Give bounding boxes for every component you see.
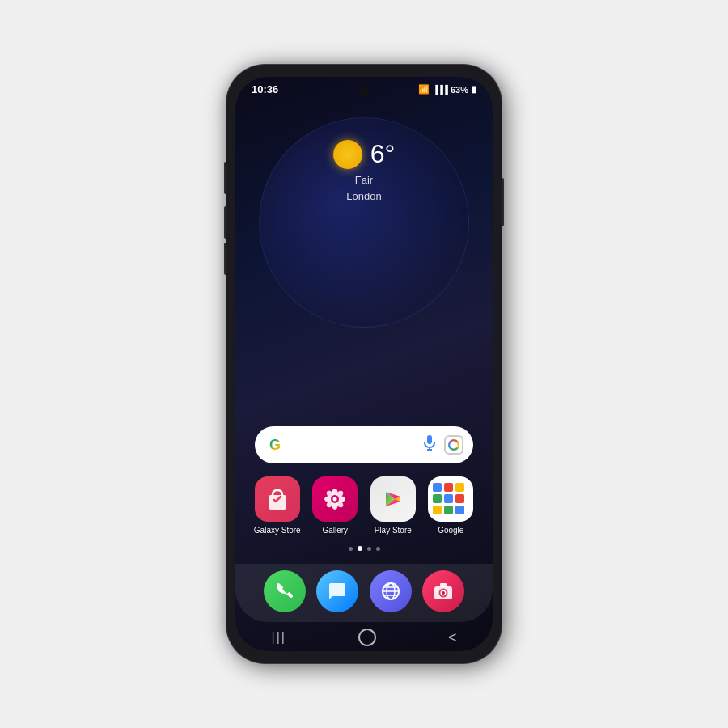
page-dot-2	[358, 546, 362, 551]
weather-top: 6°	[333, 139, 396, 169]
google-g-letter: G	[269, 437, 281, 454]
svg-rect-0	[427, 435, 432, 444]
google-label: Google	[438, 526, 463, 535]
galaxy-store-icon	[255, 476, 300, 522]
svg-point-3	[449, 440, 459, 450]
svg-rect-21	[444, 494, 453, 503]
dock-phone[interactable]	[264, 570, 306, 612]
svg-rect-18	[444, 483, 453, 492]
weather-temperature: 6°	[370, 139, 396, 169]
back-icon[interactable]: <	[448, 629, 457, 646]
signal-bars: ▐▐▐	[433, 85, 447, 94]
weather-condition: Fair	[346, 172, 381, 188]
svg-rect-4	[269, 495, 286, 510]
svg-rect-20	[433, 494, 442, 503]
svg-rect-22	[455, 494, 464, 503]
dock-camera[interactable]	[422, 570, 464, 612]
svg-point-15	[333, 497, 337, 502]
svg-rect-17	[433, 483, 442, 492]
app-galaxy-store[interactable]: Galaxy Store	[252, 476, 303, 535]
nav-bar: ||| <	[235, 622, 493, 651]
battery-percent: 63%	[451, 85, 468, 95]
google-icon	[428, 476, 473, 522]
app-play-store[interactable]: Play Store	[367, 476, 419, 535]
lens-icon[interactable]	[444, 435, 463, 455]
phone-device: 10:36 📶 ▐▐▐ 63% ▮ 6° Fair London	[226, 65, 502, 663]
app-grid: Galaxy Store	[235, 476, 493, 535]
play-store-icon	[370, 476, 416, 522]
weather-city: London	[346, 188, 381, 205]
page-dot-1	[349, 547, 353, 551]
weather-description: Fair London	[346, 172, 381, 204]
status-right: 📶 ▐▐▐ 63% ▮	[418, 84, 476, 95]
page-dot-3	[367, 547, 371, 551]
home-icon[interactable]	[358, 629, 376, 646]
recents-icon[interactable]: |||	[272, 630, 286, 645]
google-logo: G	[265, 434, 286, 455]
galaxy-store-label: Galaxy Store	[254, 526, 301, 535]
mic-icon[interactable]	[423, 435, 436, 455]
dock-internet[interactable]	[370, 570, 412, 612]
battery-icon: ▮	[472, 84, 476, 95]
gallery-label: Gallery	[322, 526, 348, 535]
app-gallery[interactable]: Gallery	[310, 476, 362, 535]
dock-messages[interactable]	[316, 570, 358, 612]
camera-notch	[359, 87, 369, 96]
app-google[interactable]: Google	[425, 476, 477, 535]
page-dot-4	[376, 547, 380, 551]
search-bar[interactable]: G	[255, 426, 473, 463]
status-time: 10:36	[252, 83, 278, 95]
page-indicators	[349, 546, 380, 551]
svg-point-34	[442, 591, 445, 595]
wifi-icon: 📶	[418, 84, 430, 95]
svg-rect-19	[455, 483, 464, 492]
svg-rect-24	[444, 506, 453, 514]
search-action-icons	[423, 435, 463, 455]
screen-content: 6° Fair London G	[235, 99, 493, 622]
sun-icon	[333, 140, 362, 169]
gallery-icon	[312, 476, 358, 522]
svg-rect-23	[433, 506, 442, 514]
dock	[235, 564, 493, 622]
phone-screen: 10:36 📶 ▐▐▐ 63% ▮ 6° Fair London	[235, 77, 493, 651]
weather-widget[interactable]: 6° Fair London	[333, 139, 396, 204]
play-store-label: Play Store	[375, 526, 412, 535]
svg-rect-25	[455, 506, 464, 514]
svg-rect-32	[440, 583, 447, 587]
